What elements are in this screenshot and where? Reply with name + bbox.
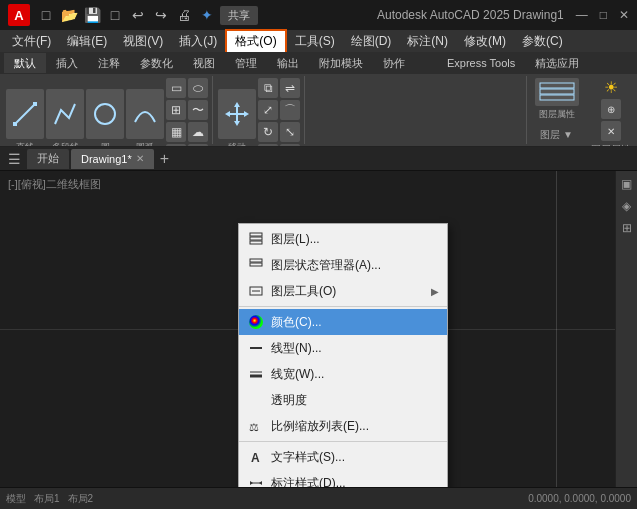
tab-jingxuan[interactable]: 精选应用	[525, 53, 589, 73]
copy-icon[interactable]: ⧉	[258, 78, 278, 98]
hamburger-menu[interactable]: ☰	[4, 149, 25, 169]
layout2-tab[interactable]: 布局2	[68, 492, 94, 506]
array-icon[interactable]: ⊞	[280, 144, 300, 146]
layer-icons: 图层属性	[535, 78, 579, 126]
menu-item-layer-manager[interactable]: 图层状态管理器(A)...	[239, 252, 447, 278]
menu-insert[interactable]: 插入(J)	[171, 31, 225, 52]
ellipse-icon[interactable]: ⬭	[188, 78, 208, 98]
minimize-icon[interactable]: —	[576, 8, 588, 22]
menu-params[interactable]: 参数(C)	[514, 31, 571, 52]
tab-insert[interactable]: 插入	[46, 53, 88, 73]
panel-icon-2[interactable]: ◈	[618, 197, 636, 215]
wipe-icon[interactable]: ⬜	[188, 144, 208, 146]
save-as-icon[interactable]: □	[105, 5, 125, 25]
menu-edit[interactable]: 编辑(E)	[59, 31, 115, 52]
menu-item-scalelist[interactable]: ⚖ 比例缩放列表(E)...	[239, 413, 447, 439]
menu-tools[interactable]: 工具(S)	[287, 31, 343, 52]
menu-item-dimstyle[interactable]: 标注样式(D)...	[239, 470, 447, 487]
add-tab-button[interactable]: +	[156, 150, 173, 168]
scalelist-label: 比例缩放列表(E)...	[271, 418, 369, 435]
fillet-icon[interactable]: ⌒	[280, 100, 300, 120]
svg-marker-7	[244, 111, 249, 117]
menu-modify[interactable]: 修改(M)	[456, 31, 514, 52]
layer-group-label[interactable]: 图层 ▼	[540, 128, 573, 142]
undo-icon[interactable]: ↩	[128, 5, 148, 25]
open-icon[interactable]: 📂	[59, 5, 79, 25]
svg-marker-26	[259, 481, 262, 485]
menu-item-transparency[interactable]: 透明度	[239, 387, 447, 413]
svg-text:A: A	[251, 451, 260, 464]
tab-output[interactable]: 输出	[267, 53, 309, 73]
ribbon-group-layer: 图层属性 图层 ▼	[526, 76, 586, 144]
svg-point-3	[95, 104, 115, 124]
textstyle-label: 文字样式(S)...	[271, 449, 345, 466]
menu-item-textstyle[interactable]: A 文字样式(S)...	[239, 444, 447, 470]
menu-item-lineweight[interactable]: 线宽(W)...	[239, 361, 447, 387]
svg-rect-13	[250, 241, 262, 244]
layers-label: 图层(L)...	[271, 231, 320, 248]
revision-icon[interactable]: ☁	[188, 122, 208, 142]
model-tab[interactable]: 模型	[6, 492, 26, 506]
dropdown-menu: 图层(L)... 图层状态管理器(A)... 图层工具(O) ▶	[238, 223, 448, 487]
tab-close-icon[interactable]: ✕	[136, 153, 144, 164]
clear-icon[interactable]: ✕	[601, 121, 621, 141]
move-icon[interactable]	[218, 89, 256, 139]
layer-manager-icon	[247, 256, 265, 274]
line-icon[interactable]	[6, 89, 44, 139]
scale-icon[interactable]: ⤡	[280, 122, 300, 142]
menu-item-layers[interactable]: 图层(L)...	[239, 226, 447, 252]
spline-icon[interactable]: 〜	[188, 100, 208, 120]
send-icon[interactable]: ✦	[197, 5, 217, 25]
layer-manager-label: 图层状态管理器(A)...	[271, 257, 381, 274]
tab-view[interactable]: 视图	[183, 53, 225, 73]
share-button[interactable]: 共享	[220, 6, 258, 25]
menu-section-layers: 图层(L)... 图层状态管理器(A)... 图层工具(O) ▶	[239, 224, 447, 307]
menu-item-linetype[interactable]: 线型(N)...	[239, 335, 447, 361]
redo-icon[interactable]: ↪	[151, 5, 171, 25]
tab-start-label: 开始	[37, 151, 59, 166]
match-props-icon[interactable]: ⊕	[601, 99, 621, 119]
linetype-label: 线型(N)...	[271, 340, 322, 357]
rect-icon[interactable]: ▭	[166, 78, 186, 98]
circle-icon[interactable]	[86, 89, 124, 139]
panel-icon-1[interactable]: ▣	[618, 175, 636, 193]
tab-collab[interactable]: 协作	[373, 53, 415, 73]
sun-icon[interactable]: ☀	[604, 78, 618, 97]
arc-icon[interactable]	[126, 89, 164, 139]
tab-express-tools[interactable]: Express Tools	[437, 53, 525, 73]
rotate-icon[interactable]: ↻	[258, 122, 278, 142]
tab-params[interactable]: 参数化	[130, 53, 183, 73]
svg-rect-10	[540, 95, 574, 100]
layout1-tab[interactable]: 布局1	[34, 492, 60, 506]
tab-annotate[interactable]: 注释	[88, 53, 130, 73]
stretch-icon[interactable]: ⤢	[258, 100, 278, 120]
save-icon[interactable]: 💾	[82, 5, 102, 25]
region-icon[interactable]: ◻	[166, 144, 186, 146]
svg-rect-11	[250, 233, 262, 236]
menu-format[interactable]: 格式(O)	[225, 29, 286, 54]
hatch-icon[interactable]: ⊞	[166, 100, 186, 120]
plot-icon[interactable]: 🖨	[174, 5, 194, 25]
titlebar-left: A □ 📂 💾 □ ↩ ↪ 🖨 ✦ 共享	[8, 4, 258, 26]
menu-annotate[interactable]: 标注(N)	[399, 31, 456, 52]
gradient-icon[interactable]: ▦	[166, 122, 186, 142]
tab-start[interactable]: 开始	[27, 149, 69, 169]
svg-rect-2	[33, 102, 37, 106]
close-icon[interactable]: ✕	[619, 8, 629, 22]
menu-item-color[interactable]: 颜色(C)...	[239, 309, 447, 335]
new-icon[interactable]: □	[36, 5, 56, 25]
menu-item-layer-tools[interactable]: 图层工具(O) ▶	[239, 278, 447, 304]
layer-properties-icon[interactable]	[535, 78, 579, 106]
panel-icon-3[interactable]: ⊞	[618, 219, 636, 237]
menu-draw[interactable]: 绘图(D)	[343, 31, 400, 52]
tab-addons[interactable]: 附加模块	[309, 53, 373, 73]
tab-manage[interactable]: 管理	[225, 53, 267, 73]
menu-view[interactable]: 视图(V)	[115, 31, 171, 52]
polyline-icon[interactable]	[46, 89, 84, 139]
trim-icon[interactable]: ✂	[258, 144, 278, 146]
menu-file[interactable]: 文件(F)	[4, 31, 59, 52]
mirror-icon[interactable]: ⇌	[280, 78, 300, 98]
tab-drawing1[interactable]: Drawing1* ✕	[71, 149, 154, 169]
maximize-icon[interactable]: □	[600, 8, 607, 22]
tab-default[interactable]: 默认	[4, 53, 46, 73]
